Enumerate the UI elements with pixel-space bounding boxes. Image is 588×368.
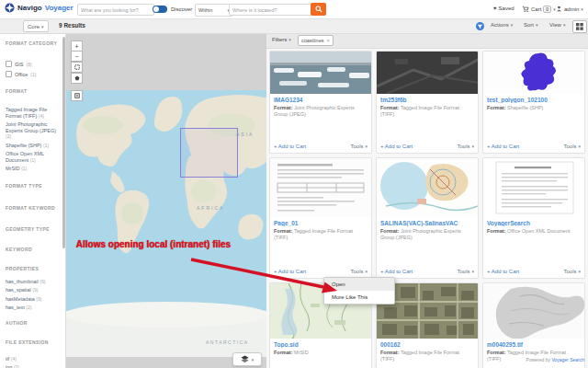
format-label: Format: xyxy=(380,350,399,355)
tools-dropdown-open[interactable]: Tools▾ xyxy=(350,269,368,274)
facet-link-docx[interactable]: Office Open XML Document (1) xyxy=(6,151,58,163)
facet-link-jpeg[interactable]: Joint Photographic Experts Group (JPEG) … xyxy=(6,121,58,140)
powered-brand-link[interactable]: Voyager Search xyxy=(551,357,584,362)
extent-icon xyxy=(74,93,80,98)
result-card[interactable]: IMAG1234 Format: Joint Photographic Expe… xyxy=(269,51,372,154)
add-to-cart-button[interactable]: + Add to Cart xyxy=(380,144,413,149)
sort-dropdown[interactable]: Sort ▾ xyxy=(524,22,538,28)
facet-heading-file-extension: FILE EXTENSION xyxy=(6,339,58,345)
checkbox-icon[interactable] xyxy=(6,61,12,67)
box-zoom-button[interactable] xyxy=(71,62,83,73)
result-card[interactable]: tm253f6b Format: Tagged Image File Forma… xyxy=(376,51,479,154)
result-card[interactable]: m0040295.tif Format: Tagged Image File F… xyxy=(482,282,585,368)
result-title-link[interactable]: IMAG1234 xyxy=(274,97,368,103)
extent-tool-button[interactable] xyxy=(71,90,83,101)
facet-link-mrsid[interactable]: MrSID (1) xyxy=(6,166,58,172)
facet-checkbox-office[interactable]: Office (1) xyxy=(6,71,58,77)
result-title-link[interactable]: test_polygon_102100 xyxy=(487,97,581,103)
facet-link-jpg[interactable]: jpg (2) xyxy=(6,364,58,368)
facet-count: (4) xyxy=(39,113,44,119)
facet-heading-format-keyword: FORMAT KEYWORD xyxy=(6,205,58,211)
tools-dropdown[interactable]: Tools▾ xyxy=(457,144,474,149)
result-title-link[interactable]: Topo.sid xyxy=(274,341,368,348)
filters-dropdown[interactable]: Filters ▾ xyxy=(272,37,291,42)
brand-name-secondary: Voyager xyxy=(45,4,74,12)
filter-chip-coastlines[interactable]: coastlines × xyxy=(298,35,334,46)
map-extent-box[interactable] xyxy=(180,128,238,178)
tools-label: Tools xyxy=(350,269,363,274)
result-thumbnail[interactable] xyxy=(270,52,371,94)
search-input[interactable] xyxy=(77,4,154,16)
map-label-antarctica: ANTARCTICA xyxy=(206,339,249,345)
brand-logo[interactable]: Navigo Voyager xyxy=(5,3,74,13)
sidebar-scrollbar[interactable] xyxy=(62,37,65,248)
saved-button[interactable]: ♥ Saved xyxy=(493,6,514,11)
basemap-layers-button[interactable]: ▾ xyxy=(232,352,262,366)
add-to-cart-button[interactable]: + Add to Cart xyxy=(274,269,306,274)
facet-link-tif[interactable]: tif (4) xyxy=(6,356,58,362)
result-thumbnail[interactable] xyxy=(377,158,478,217)
within-select[interactable]: Within ▾ xyxy=(195,4,233,17)
facet-link-text: has_text xyxy=(6,305,25,310)
map-canvas[interactable]: ASIA AFRICA ANTARCTICA + − ▾ xyxy=(66,33,266,368)
menu-item-open[interactable]: Open xyxy=(324,278,394,291)
chevron-down-icon: ▾ xyxy=(563,22,566,28)
facet-link-has-spatial[interactable]: has_spatial (9) xyxy=(6,287,58,293)
facet-link-hasmetadata[interactable]: hasMetadata (9) xyxy=(6,296,58,303)
view-dropdown[interactable]: View ▾ xyxy=(549,22,565,28)
result-title-link[interactable]: tm253f6b xyxy=(380,97,474,103)
result-title-link[interactable]: m0040295.tif xyxy=(487,341,581,348)
location-input[interactable] xyxy=(229,4,313,16)
layers-icon xyxy=(241,355,249,363)
filter-funnel-icon[interactable] xyxy=(476,22,484,30)
tools-dropdown[interactable]: Tools▾ xyxy=(457,269,474,274)
result-thumbnail[interactable] xyxy=(377,52,478,94)
result-title-link[interactable]: SALINAS(VAC)-SalinasVAC xyxy=(380,220,474,226)
tools-label: Tools xyxy=(563,144,576,149)
tools-dropdown[interactable]: Tools▾ xyxy=(563,144,581,149)
menu-item-more-like-this[interactable]: More Like This xyxy=(324,291,394,304)
facet-link-shp[interactable]: Shapefile (SHP) (1) xyxy=(6,143,58,149)
filters-label: Filters xyxy=(272,37,287,42)
result-thumbnail[interactable] xyxy=(483,158,584,217)
zoom-out-button[interactable]: − xyxy=(71,51,83,62)
result-title-link[interactable]: VoyagerSearch xyxy=(487,220,581,226)
search-button[interactable] xyxy=(311,3,326,16)
result-title-link[interactable]: 000162 xyxy=(380,341,474,348)
result-card[interactable]: SALINAS(VAC)-SalinasVAC Format: Joint Ph… xyxy=(376,157,479,279)
draw-polygon-button[interactable] xyxy=(71,73,83,84)
core-dropdown[interactable]: Core ▾ xyxy=(23,20,49,32)
result-title-link[interactable]: Page_01 xyxy=(274,220,368,226)
chevron-down-icon: ▾ xyxy=(471,269,474,274)
add-to-cart-button[interactable]: + Add to Cart xyxy=(487,144,519,149)
facet-checkbox-gis[interactable]: GIS (8) xyxy=(6,61,58,67)
grid-view-button[interactable] xyxy=(572,20,587,33)
format-label: Format: xyxy=(487,350,505,355)
facet-link-text: Office Open XML Document xyxy=(6,151,44,163)
facet-link-has-thumbnail[interactable]: has_thumbnail (9) xyxy=(6,279,58,285)
result-thumbnail[interactable] xyxy=(270,158,371,217)
result-card[interactable]: VoyagerSearch Format: Office Open XML Do… xyxy=(482,157,585,279)
facet-link-tiff[interactable]: Tagged Image File Format (TIFF) (4) xyxy=(6,107,58,119)
facet-link-text: hasMetadata xyxy=(6,296,35,302)
checkbox-icon[interactable] xyxy=(6,71,12,77)
add-to-cart-button[interactable]: + Add to Cart xyxy=(380,269,413,274)
result-thumbnail[interactable] xyxy=(483,52,584,94)
result-card[interactable]: Page_01 Format: Tagged Image File Format… xyxy=(269,157,372,279)
facet-heading-format-type: FORMAT TYPE xyxy=(6,183,58,189)
tools-dropdown[interactable]: Tools▾ xyxy=(563,269,581,274)
tools-dropdown[interactable]: Tools▾ xyxy=(350,144,368,149)
remove-filter-icon[interactable]: × xyxy=(326,38,329,43)
box-select-icon xyxy=(74,64,80,70)
cart-menu[interactable]: Cart 0 ▾ xyxy=(522,6,556,13)
format-label: Format: xyxy=(380,228,399,234)
add-to-cart-button[interactable]: + Add to Cart xyxy=(274,144,306,149)
result-card[interactable]: test_polygon_102100 Format: Shapefile (S… xyxy=(482,51,585,154)
actions-dropdown[interactable]: Actions ▾ xyxy=(491,22,513,28)
discover-toggle[interactable] xyxy=(153,6,167,13)
result-thumbnail[interactable] xyxy=(483,283,584,339)
facet-count: (2) xyxy=(6,133,11,139)
user-menu[interactable]: admin ▾ xyxy=(556,6,583,12)
add-to-cart-button[interactable]: + Add to Cart xyxy=(487,269,519,274)
facet-link-has-text[interactable]: has_text (2) xyxy=(6,305,58,311)
